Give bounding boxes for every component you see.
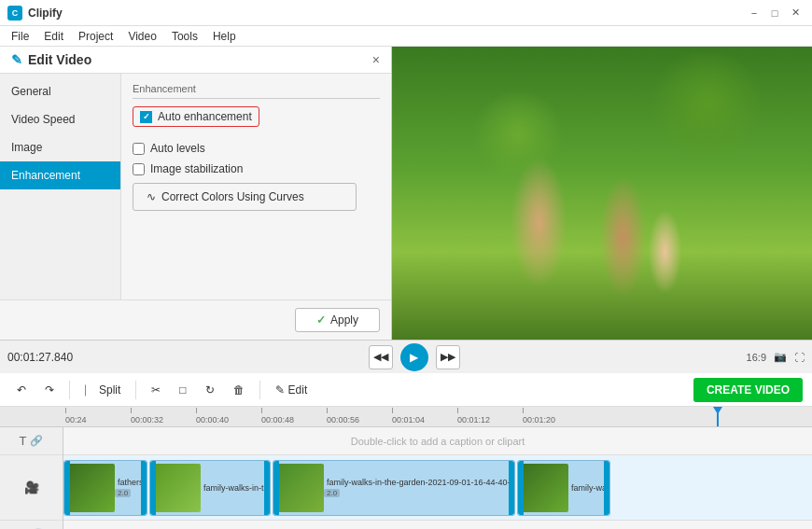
video-label: 🎥: [0, 455, 63, 521]
ruler-mark-0: 00:24: [65, 408, 131, 425]
redo-button[interactable]: ↷: [37, 380, 62, 400]
camera-icon[interactable]: 📷: [774, 351, 787, 363]
clip-handle-left-2[interactable]: [150, 461, 156, 515]
clip-handle-right-3[interactable]: [509, 461, 514, 515]
split-button[interactable]: ⎸ Split: [77, 380, 128, 400]
menu-edit[interactable]: Edit: [36, 28, 71, 45]
rotate-button[interactable]: ↻: [198, 380, 222, 400]
title-bar-left: C Clipify: [7, 6, 63, 21]
track-labels: T 🔗 🎥 ♫ 🔊 🎤 🔊: [0, 427, 63, 529]
auto-enhancement-highlight[interactable]: Auto enhancement: [133, 106, 259, 127]
clip-handle-right-2[interactable]: [264, 461, 270, 515]
prev-frame-button[interactable]: ◀◀: [369, 345, 393, 369]
caption-track[interactable]: Double-click to add a caption or clipart: [63, 427, 812, 455]
edit-panel-title-text: Edit Video: [28, 52, 91, 67]
clip-label-3: family-walks-in-the-garden-2021-09-01-16…: [324, 478, 515, 487]
main-area: ✎ Edit Video × General Video Speed Image…: [0, 47, 812, 340]
video-clip-2[interactable]: family-walks-in-the-gard: [149, 460, 271, 516]
clip-handle-right-1[interactable]: [141, 461, 147, 515]
clip-handle-left-1[interactable]: [64, 461, 70, 515]
delete-button[interactable]: 🗑: [226, 380, 252, 400]
nav-enhancement[interactable]: Enhancement: [0, 161, 120, 189]
curves-icon: ∿: [147, 190, 156, 203]
family-scene: [392, 47, 812, 340]
menu-video[interactable]: Video: [120, 28, 163, 45]
separator1: [69, 381, 70, 399]
video-track[interactable]: fathers-s-2 2.0 family-walks-in-the-gard: [63, 455, 812, 521]
menu-help[interactable]: Help: [205, 28, 244, 45]
separator2: [135, 381, 136, 399]
video-clip-4[interactable]: family-walks-in-t: [517, 460, 610, 516]
ruler-mark-7: 00:01:20: [523, 408, 588, 425]
nav-video-speed[interactable]: Video Speed: [0, 105, 120, 133]
ruler-label: 00:24: [65, 415, 87, 425]
ruler-label: 00:00:56: [327, 415, 359, 425]
auto-enhancement-label: Auto enhancement: [158, 110, 252, 123]
video-camera-icon: 🎥: [24, 480, 39, 494]
menu-file[interactable]: File: [4, 28, 36, 45]
image-stabilization-checkbox[interactable]: [133, 163, 145, 175]
ruler-label: 00:01:20: [523, 415, 555, 425]
ruler-mark-5: 00:01:04: [392, 408, 457, 425]
fullscreen-icon[interactable]: ⛶: [794, 352, 805, 363]
ruler-mark-3: 00:00:48: [261, 408, 327, 425]
nav-image[interactable]: Image: [0, 133, 120, 161]
section-title: Enhancement: [133, 83, 380, 99]
apply-button[interactable]: ✓ Apply: [295, 308, 380, 332]
close-button[interactable]: ✕: [786, 5, 805, 21]
auto-levels-checkbox[interactable]: [133, 143, 145, 155]
app-icon: C: [7, 6, 22, 21]
create-video-button[interactable]: CREATE VIDEO: [693, 378, 803, 402]
apply-label: Apply: [330, 313, 358, 327]
title-bar-controls: − □ ✕: [745, 5, 805, 21]
ruler-line: [457, 408, 458, 413]
curves-button-label: Correct Colors Using Curves: [161, 190, 304, 203]
enhancement-content: Enhancement Auto enhancement Auto levels: [121, 74, 391, 299]
ruler-content: 00:24 00:00:32 00:00:40 00:00:48 00:00:5…: [65, 407, 588, 426]
ruler-line: [523, 408, 524, 413]
clip-handle-right-4[interactable]: [604, 461, 609, 515]
video-clip-3[interactable]: family-walks-in-the-garden-2021-09-01-16…: [273, 460, 515, 516]
clip-handle-left-3[interactable]: [273, 461, 279, 515]
separator3: [259, 381, 260, 399]
auto-levels-label: Auto levels: [150, 142, 205, 155]
edit-panel-close[interactable]: ×: [372, 52, 380, 67]
clip-handle-left-4[interactable]: [518, 461, 524, 515]
crop-button[interactable]: □: [172, 380, 193, 400]
play-button[interactable]: ▶: [400, 343, 428, 371]
video-clip-1[interactable]: fathers-s-2 2.0: [63, 460, 147, 516]
ruler-mark-4: 00:00:56: [327, 408, 392, 425]
ruler-line: [196, 408, 197, 413]
maximize-button[interactable]: □: [765, 5, 784, 21]
edit-panel: ✎ Edit Video × General Video Speed Image…: [0, 47, 392, 340]
ruler-line: [392, 408, 393, 413]
video-controls: 00:01:27.840 ◀◀ ▶ ▶▶ 16:9 📷 ⛶: [0, 340, 812, 373]
next-frame-button[interactable]: ▶▶: [436, 345, 460, 369]
music-track[interactable]: Double-click to add music: [63, 521, 812, 529]
tracks-content: Double-click to add a caption or clipart…: [63, 427, 812, 529]
edit-icon2: ✎: [275, 383, 285, 397]
clip-label-2: family-walks-in-the-gard: [201, 483, 266, 493]
curves-button[interactable]: ∿ Correct Colors Using Curves: [133, 183, 357, 211]
ruler-mark-2: 00:00:40: [196, 408, 261, 425]
apply-check-icon: ✓: [316, 313, 326, 327]
ruler-label: 00:00:40: [196, 415, 229, 425]
apply-row: ✓ Apply: [0, 299, 391, 340]
edit-label: Edit: [288, 383, 308, 397]
menu-project[interactable]: Project: [71, 28, 120, 45]
app-name: Clipify: [28, 7, 63, 20]
undo-button[interactable]: ↶: [9, 380, 34, 400]
edit-button[interactable]: ✎ Edit: [268, 380, 315, 400]
edit-panel-header: ✎ Edit Video ×: [0, 47, 391, 74]
menu-tools[interactable]: Tools: [164, 28, 205, 45]
clip-thumb-1: [68, 464, 115, 512]
auto-enhancement-row: Auto enhancement: [133, 106, 380, 134]
time-display: 00:01:27.840: [7, 351, 82, 364]
image-stabilization-row: Image stabilization: [133, 162, 380, 175]
auto-enhancement-checkbox[interactable]: [140, 111, 152, 123]
clip-label-4: family-walks-in-t: [568, 483, 606, 493]
cut-button[interactable]: ✂: [144, 380, 168, 400]
caption-placeholder: Double-click to add a caption or clipart: [351, 436, 525, 447]
nav-general[interactable]: General: [0, 77, 120, 105]
minimize-button[interactable]: −: [745, 5, 763, 21]
